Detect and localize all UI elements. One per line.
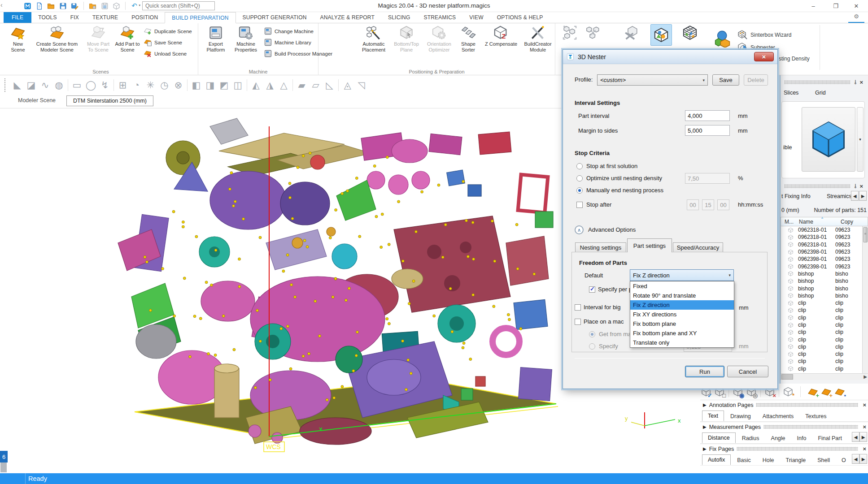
part-row[interactable]: clipclip (781, 350, 868, 358)
tab-scroll-left-icon[interactable]: ◀ (852, 432, 859, 442)
part-row[interactable]: 0962398-0109623 (781, 263, 868, 270)
tab-scroll-right-icon[interactable]: ▶ (859, 432, 867, 442)
ribbon-tab-support-generation[interactable]: SUPPORT GENERATION (236, 12, 314, 23)
part-list-vertical-scrollbar[interactable] (862, 226, 868, 373)
view-pages-header[interactable]: ⊸× (781, 78, 865, 86)
toolbar-drag-handle[interactable] (4, 78, 7, 92)
tab-textures[interactable]: Textures (800, 411, 832, 421)
unload-part-icon[interactable] (112, 1, 121, 10)
manual-end-radio[interactable] (576, 187, 583, 194)
cancel-button[interactable]: Cancel (727, 366, 768, 377)
nesting-arrange-button[interactable] (559, 25, 580, 40)
dock-splitter[interactable] (777, 75, 781, 400)
export-platform-button[interactable]: Export Platform (202, 25, 230, 53)
advanced-collapse-icon[interactable]: ∧ (575, 225, 584, 234)
search-input[interactable] (142, 1, 215, 10)
open-project-icon[interactable] (88, 1, 97, 10)
dropdown-option[interactable]: Fix bottom plane (630, 319, 734, 328)
select-pyramid-icon[interactable]: ◭ (249, 78, 263, 92)
tab-attachments[interactable]: Attachments (757, 411, 799, 421)
panel-header-fix-pages[interactable]: ▶Fix Pages× (700, 444, 868, 454)
tab-o[interactable]: O (836, 455, 851, 465)
scroll-right-icon[interactable]: ▶ (864, 374, 867, 379)
tab-grid[interactable]: Grid (815, 90, 826, 96)
viewport-badge[interactable]: 6 (0, 451, 8, 462)
scene-tab-dtm-sinterstation[interactable]: DTM Sinterstation 2500 (mm) (66, 95, 153, 106)
part-pages-header[interactable]: ⊸× (781, 182, 865, 190)
tab-info[interactable]: Info (792, 433, 812, 443)
tab-triangle[interactable]: Triangle (781, 455, 811, 465)
stop-after-checkbox[interactable] (576, 202, 583, 208)
expand-icon[interactable]: ▶ (703, 424, 707, 429)
tab-streamics[interactable]: Streamics (827, 193, 852, 199)
dropdown-option[interactable]: Fix Z direction (630, 300, 734, 310)
dropdown-option[interactable]: Fix XY directions (630, 310, 734, 319)
machine-properties-button[interactable]: Machine Properties (231, 25, 260, 53)
tab-shell[interactable]: Shell (812, 455, 835, 465)
tab-angle[interactable]: Angle (766, 433, 791, 443)
select-cube-left-icon[interactable]: ◧ (189, 78, 203, 92)
part-row[interactable]: 0962398-0109623 (781, 248, 868, 255)
mark-pie-icon[interactable]: ◷ (157, 78, 171, 92)
save-as-icon[interactable] (70, 1, 79, 10)
part-row[interactable]: clipclip (781, 307, 868, 314)
save-scene-small-icon[interactable]: ▪ (834, 386, 846, 398)
close-icon[interactable]: × (858, 79, 865, 86)
close-icon[interactable]: × (861, 424, 868, 430)
pin-icon[interactable]: ⊸ (852, 184, 859, 188)
select-cylinder-icon[interactable]: ◍ (52, 78, 66, 92)
part-row[interactable]: bishopbisho (781, 285, 868, 292)
ribbon-tab-texture[interactable]: TEXTURE (86, 12, 125, 23)
ribbon-tab-position[interactable]: POSITION (125, 12, 165, 23)
ribbon-tab-streamics[interactable]: STREAMICS (417, 12, 462, 23)
save-icon[interactable] (58, 1, 67, 10)
tab-text[interactable]: Text (702, 411, 724, 421)
create-scene-from-modeler-button[interactable]: Create Scene from Modeler Scene (31, 25, 83, 53)
part-interval-input[interactable] (685, 110, 730, 121)
sinterbox-wizard-button[interactable]: Sinterbox Wizard (737, 30, 791, 40)
part-list-header[interactable]: M... Name Copy ▲ (781, 217, 868, 226)
undo-icon[interactable]: ↶ (130, 1, 139, 10)
tab-distance[interactable]: Distance (702, 432, 736, 443)
close-button[interactable]: ✕ (846, 0, 866, 12)
select-tetra-icon[interactable]: ◬ (340, 78, 354, 92)
scrollbar-thumb[interactable] (863, 227, 868, 242)
select-triangle-icon[interactable]: ◣ (10, 78, 24, 92)
part-list-horizontal-scrollbar[interactable]: ▶ (781, 373, 868, 380)
part-row[interactable]: 0962318-0109623 (781, 226, 868, 233)
tab-scroll-left-icon[interactable]: ◀ (852, 454, 859, 464)
part-row[interactable]: clipclip (781, 358, 868, 365)
delete-profile-button[interactable]: Delete (744, 74, 768, 86)
mark-cross-icon[interactable]: ⊗ (171, 78, 185, 92)
new-document-icon[interactable] (35, 1, 44, 10)
ribbon-tab-build-preparation[interactable]: BUILD PREPARATION (165, 12, 236, 23)
expand-icon[interactable]: ▶ (703, 402, 707, 407)
ribbon-tab-slicing[interactable]: SLICING (381, 12, 417, 23)
duplicate-scene-small-icon[interactable]: + (820, 386, 832, 398)
unload-scene-button[interactable]: Unload Scene (144, 49, 187, 58)
ribbon-tab-tools[interactable]: TOOLS (31, 12, 63, 23)
scrollbar-thumb[interactable] (781, 374, 793, 380)
tab-autofix[interactable]: Autofix (702, 454, 731, 465)
panel-header-measurement-pages[interactable]: ▶Measurement Pages× (700, 422, 868, 432)
select-corner-icon[interactable]: ◹ (354, 78, 368, 92)
tab-drawing[interactable]: Drawing (725, 411, 756, 421)
ribbon-tab-options-help[interactable]: OPTIONS & HELP (490, 12, 550, 23)
dialog-close-button[interactable]: × (754, 52, 774, 61)
scene-tab-modeler[interactable]: Modeler Scene (13, 95, 60, 106)
part-row[interactable]: clipclip (781, 365, 868, 372)
remove-nesting-button[interactable] (620, 25, 642, 40)
stop-seconds-input[interactable] (717, 199, 729, 210)
stop-minutes-input[interactable] (702, 199, 714, 210)
automatic-placement-button[interactable]: Automatic Placement (357, 25, 390, 53)
duplicate-scene-button[interactable]: Duplicate Scene (144, 27, 192, 35)
dropdown-option[interactable]: Fix bottom plane and XY (630, 328, 734, 338)
profile-combobox[interactable]: <custom>▾ (597, 74, 708, 86)
select-curve-icon[interactable]: ∿ (38, 78, 52, 92)
part-row[interactable]: clipclip (781, 299, 868, 307)
close-icon[interactable]: × (861, 402, 868, 408)
part-row[interactable]: 0962398-0109623 (781, 255, 868, 263)
view-cube-dropdown[interactable]: ▾ (857, 107, 864, 172)
tab-part-fixing-info[interactable]: t Fixing Info (781, 193, 811, 199)
part-row[interactable]: clipclip (781, 328, 868, 336)
